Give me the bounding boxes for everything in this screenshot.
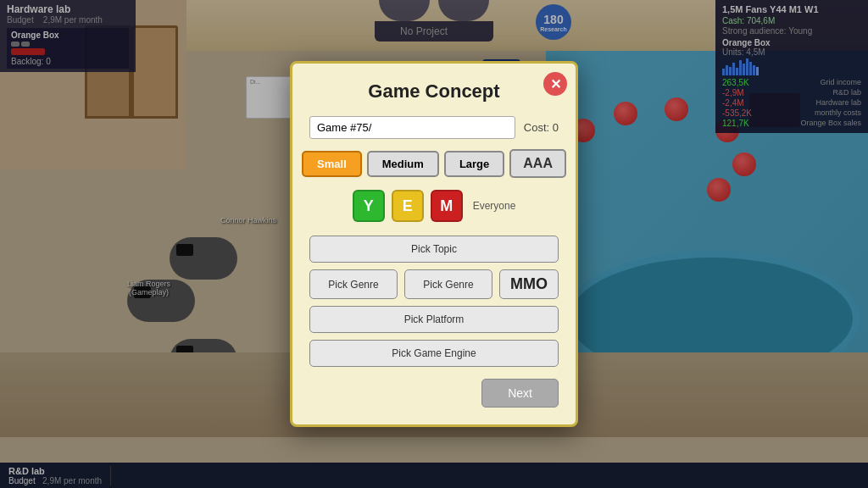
pick-genre-2-button[interactable]: Pick Genre bbox=[404, 269, 492, 299]
pick-genre-1-button[interactable]: Pick Genre bbox=[309, 269, 398, 299]
rating-m-letter: M bbox=[440, 197, 453, 215]
modal-title: Game Concept bbox=[309, 80, 559, 103]
pick-topic-row: Pick Topic bbox=[309, 236, 559, 263]
pick-platform-button[interactable]: Pick Platform bbox=[309, 306, 559, 333]
size-small-button[interactable]: Small bbox=[302, 151, 362, 177]
pick-topic-button[interactable]: Pick Topic bbox=[309, 236, 559, 263]
game-name-input[interactable] bbox=[309, 116, 515, 139]
pick-genre-row: Pick Genre Pick Genre MMO bbox=[309, 269, 559, 299]
modal-overlay: ✕ Game Concept Cost: 0 Small Medium Larg… bbox=[0, 0, 868, 488]
pick-platform-row: Pick Platform bbox=[309, 306, 559, 333]
rating-e-badge[interactable]: E bbox=[392, 190, 424, 222]
rating-y-letter: Y bbox=[364, 197, 374, 215]
cost-label: Cost: 0 bbox=[524, 121, 559, 134]
size-row: Small Medium Large AAA bbox=[309, 149, 559, 178]
size-medium-button[interactable]: Medium bbox=[367, 151, 439, 177]
close-icon: ✕ bbox=[550, 76, 561, 92]
aaa-button[interactable]: AAA bbox=[509, 149, 566, 178]
close-button[interactable]: ✕ bbox=[543, 72, 567, 96]
pick-engine-button[interactable]: Pick Game Engine bbox=[309, 340, 559, 367]
next-row: Next bbox=[309, 379, 559, 408]
game-background: snacks Soda Connor Hawkins Liam Rogers(G… bbox=[0, 0, 868, 488]
rating-m-badge[interactable]: M bbox=[431, 190, 463, 222]
rating-row: Y E M Everyone bbox=[309, 190, 559, 222]
pick-engine-row: Pick Game Engine bbox=[309, 340, 559, 367]
rating-y-badge[interactable]: Y bbox=[353, 190, 385, 222]
game-concept-modal: ✕ Game Concept Cost: 0 Small Medium Larg… bbox=[290, 61, 578, 427]
rating-e-letter: E bbox=[403, 197, 413, 215]
size-large-button[interactable]: Large bbox=[444, 151, 504, 177]
next-button[interactable]: Next bbox=[481, 379, 559, 408]
rating-description: Everyone bbox=[473, 200, 516, 212]
mmo-badge[interactable]: MMO bbox=[499, 269, 559, 299]
name-row: Cost: 0 bbox=[309, 116, 559, 139]
